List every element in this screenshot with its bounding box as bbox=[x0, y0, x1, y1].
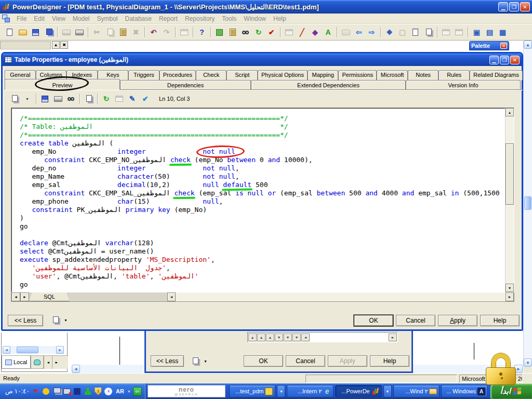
tab-rules[interactable]: Rules bbox=[438, 70, 470, 80]
editor-print-button[interactable] bbox=[52, 93, 64, 105]
show-desktop-icon[interactable]: ⇦ bbox=[133, 387, 142, 396]
editor-find-button[interactable] bbox=[65, 93, 77, 105]
editor-refresh-button[interactable]: ↻ bbox=[100, 93, 112, 105]
scroll-thumb[interactable] bbox=[17, 347, 38, 353]
sql-preview-editor[interactable]: /*======================================… bbox=[11, 108, 514, 292]
scroll-right-icon[interactable]: ► bbox=[56, 346, 64, 354]
taskbar-group-dropdown-icon[interactable]: ▼ bbox=[277, 385, 285, 397]
tab-microsoft[interactable]: Microsoft bbox=[377, 70, 408, 80]
show-hidden-icons-chevron[interactable]: › bbox=[104, 387, 113, 395]
app-titlebar[interactable]: PowerDesigner - [PDM test1, PhysicalDiag… bbox=[0, 0, 532, 14]
editor-vertical-scrollbar[interactable]: ▲ ▼ bbox=[505, 108, 514, 292]
zoom-window-button[interactable]: ▣ bbox=[471, 26, 483, 38]
help-button[interactable]: Help bbox=[480, 315, 520, 326]
app-vertical-scrollbar[interactable]: ▲ ▼ bbox=[523, 41, 532, 367]
nero-search-deskband[interactable]: nero @SEARCH bbox=[148, 385, 225, 397]
scroll-thumb[interactable] bbox=[506, 143, 514, 205]
reorder-down-icon[interactable]: ▼ bbox=[292, 334, 301, 341]
panel-horizontal-scrollbar[interactable]: ◄ ► bbox=[3, 346, 64, 354]
dialog-restore-button[interactable]: ❐ bbox=[500, 56, 509, 64]
paste-as-model-button[interactable] bbox=[227, 26, 238, 38]
help-button[interactable]: Help bbox=[370, 355, 409, 367]
palette-close-button[interactable]: ✕ bbox=[500, 43, 507, 49]
language-dropdown-icon[interactable]: ▼ bbox=[127, 390, 131, 393]
tab-check[interactable]: Check bbox=[196, 70, 227, 80]
expand-toolbar-button[interactable]: ▲ bbox=[52, 41, 60, 49]
less-button[interactable]: << Less bbox=[151, 355, 184, 367]
collapsed-toolbar[interactable] bbox=[0, 41, 51, 49]
save-button[interactable] bbox=[30, 26, 42, 38]
dialog-titlebar[interactable]: Table Properties - employee (الموظفين) ▁… bbox=[3, 54, 522, 66]
tab-procedures[interactable]: Procedures bbox=[159, 70, 196, 80]
keyboard-layout-icon[interactable] bbox=[73, 387, 82, 395]
multi-page-view-button[interactable] bbox=[422, 26, 434, 38]
editor-menu-button[interactable] bbox=[49, 314, 61, 326]
tabs-scroll-right-icon[interactable]: ► bbox=[52, 356, 60, 369]
dialog-close-button[interactable]: ✕ bbox=[510, 56, 520, 64]
less-button[interactable]: << Less bbox=[8, 315, 43, 326]
tab-script[interactable]: Script bbox=[227, 70, 258, 80]
reorder-up-icon[interactable]: ▲ bbox=[257, 334, 265, 341]
editor-edit-button[interactable]: ✎ bbox=[126, 93, 138, 105]
start-button[interactable]: ابدأ bbox=[490, 383, 532, 399]
tab-mapping[interactable]: Mapping bbox=[308, 70, 339, 80]
find-in-model-button[interactable] bbox=[240, 26, 251, 38]
reorder-up-icon[interactable]: ▲ bbox=[266, 334, 274, 341]
security-shield-icon[interactable]: ! bbox=[94, 387, 102, 395]
network-computers-icon[interactable] bbox=[52, 387, 61, 395]
language-indicator[interactable]: AR bbox=[116, 388, 124, 394]
menu-symbol[interactable]: Symbol bbox=[94, 15, 122, 23]
tab-preview[interactable]: Preview bbox=[5, 79, 120, 90]
app-restore-button[interactable]: ❐ bbox=[509, 2, 519, 11]
tab-scroll-right-icon[interactable]: ► bbox=[20, 292, 29, 301]
reorder-right-icon[interactable]: ► bbox=[389, 334, 397, 341]
scroll-left-icon[interactable]: ◄ bbox=[72, 365, 80, 373]
scroll-up-icon[interactable]: ▲ bbox=[524, 41, 532, 49]
online-user-icon[interactable] bbox=[84, 387, 92, 395]
menu-window[interactable]: Window bbox=[240, 15, 270, 23]
menu-model[interactable]: Model bbox=[69, 15, 94, 23]
menu-report[interactable]: Report bbox=[155, 15, 181, 23]
editor-save-button[interactable] bbox=[39, 93, 51, 105]
taskbar-button-test-pdm[interactable]: ...test_pdm bbox=[229, 385, 276, 397]
tabs-scroll-left-icon[interactable]: ◄ bbox=[44, 356, 52, 369]
app-minimize-button[interactable]: ▁ bbox=[498, 2, 508, 11]
open-button[interactable] bbox=[17, 26, 29, 38]
dialog-minimize-button[interactable]: ▁ bbox=[489, 56, 499, 64]
forward-button[interactable]: ⇨ bbox=[366, 26, 378, 38]
page-view-button[interactable] bbox=[409, 26, 421, 38]
reorder-left-icon[interactable]: ◄ bbox=[301, 334, 310, 341]
scroll-down-icon[interactable]: ▼ bbox=[506, 284, 514, 292]
dropdown-arrow-icon[interactable]: ▼ bbox=[64, 318, 68, 322]
menu-help[interactable]: Help bbox=[270, 15, 290, 23]
tab-physical-options[interactable]: Physical Options bbox=[258, 70, 308, 80]
reorder-up-icon[interactable]: ▲ bbox=[248, 334, 257, 341]
tab-dependencies[interactable]: Dependencies bbox=[120, 80, 251, 90]
menu-view[interactable]: View bbox=[48, 15, 69, 23]
taskbar-button-wind[interactable]: ...Wind ٢ bbox=[393, 385, 440, 397]
network-disabled-icon[interactable] bbox=[63, 387, 71, 395]
scroll-track[interactable] bbox=[10, 346, 56, 354]
editor-horizontal-scrollbar[interactable]: ◄ ► bbox=[167, 292, 514, 301]
print-button[interactable] bbox=[73, 26, 85, 38]
editor-validate-button[interactable]: ✔ bbox=[139, 93, 151, 105]
tab-repository[interactable] bbox=[31, 356, 44, 369]
scroll-up-icon[interactable]: ▲ bbox=[506, 108, 514, 116]
list-window-button[interactable]: ▦ bbox=[497, 26, 509, 38]
scroll-track[interactable] bbox=[176, 292, 506, 301]
menu-repository[interactable]: Repository bbox=[181, 15, 218, 23]
scroll-left-icon[interactable]: ◄ bbox=[3, 346, 10, 354]
note-window-button[interactable]: ▤ bbox=[484, 26, 496, 38]
new-model-button[interactable] bbox=[214, 26, 225, 38]
tab-scroll-left-icon[interactable]: ◄ bbox=[11, 292, 20, 301]
vertical-scroll-thumb[interactable] bbox=[524, 196, 531, 210]
cancel-button[interactable]: Cancel bbox=[286, 355, 325, 367]
fill-color-button[interactable]: ◆ bbox=[309, 26, 321, 38]
tab-permissions[interactable]: Permissions bbox=[338, 70, 377, 80]
app-close-button[interactable]: ✕ bbox=[520, 2, 530, 11]
back-button[interactable]: ⇦ bbox=[353, 26, 365, 38]
close-toolbar-button[interactable]: ✖ bbox=[60, 41, 68, 49]
palette-window[interactable]: Palette ✕ bbox=[469, 41, 509, 50]
antivirus-umbrella-icon[interactable]: ☂ bbox=[32, 387, 40, 395]
taskbar-button-intern[interactable]: ...Intern ٢e bbox=[287, 385, 334, 397]
